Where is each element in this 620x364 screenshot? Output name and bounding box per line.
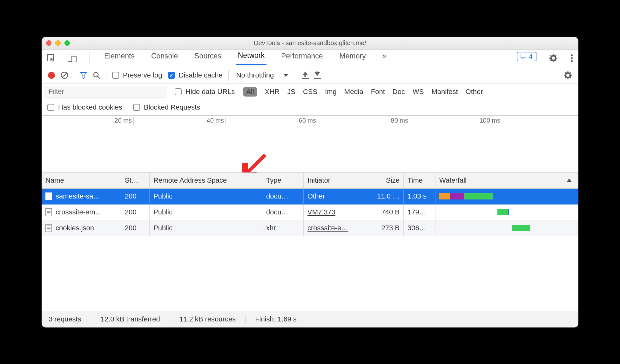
filter-type-all[interactable]: All (243, 87, 257, 97)
cell: VM7:373 (304, 205, 367, 220)
requests-table-body: samesite-sa…200Publicdocu…Other11.0 …1.0… (42, 189, 578, 236)
record-button[interactable] (48, 72, 55, 79)
cell: xhr (262, 220, 304, 236)
svg-line-24 (569, 77, 571, 78)
filter-row: Hide data URLs AllXHRJSCSSImgMediaFontDo… (42, 84, 578, 100)
preserve-log-checkbox[interactable] (112, 72, 119, 79)
device-toggle-icon[interactable] (68, 54, 77, 62)
download-har-icon[interactable] (314, 71, 320, 79)
chevron-down-icon (283, 74, 288, 77)
table-row[interactable]: crosssite-em…200Publicdocu…VM7:373740 B1… (42, 205, 578, 220)
tab-elements[interactable]: Elements (102, 52, 137, 65)
network-settings-gear-icon[interactable] (564, 71, 572, 79)
col-time[interactable]: Time (404, 173, 435, 188)
timeline-tick: 80 ms (318, 117, 410, 124)
col-status[interactable]: St… (121, 173, 150, 188)
svg-line-26 (565, 77, 566, 78)
resource-type-filters: AllXHRJSCSSImgMediaFontDocWSManifestOthe… (243, 87, 483, 97)
col-remote-address-space[interactable]: Remote Address Space (150, 173, 262, 188)
col-name[interactable]: Name (42, 173, 121, 188)
cell: cookies.json (42, 220, 121, 236)
titlebar: DevTools - samesite-sandbox.glitch.me/ (42, 37, 578, 50)
messages-badge[interactable]: 4 (517, 52, 536, 61)
clear-icon[interactable] (61, 71, 68, 79)
filter-type-img[interactable]: Img (325, 88, 337, 96)
svg-rect-2 (72, 56, 76, 62)
disable-cache-checkbox[interactable] (168, 72, 175, 79)
svg-line-23 (565, 72, 566, 74)
filter-type-font[interactable]: Font (371, 88, 385, 96)
filter-type-other[interactable]: Other (466, 88, 483, 96)
inspect-icon[interactable] (47, 54, 55, 62)
requests-table-header: Name St… Remote Address Space Type Initi… (42, 173, 578, 189)
svg-line-9 (555, 60, 556, 61)
upload-har-icon[interactable] (302, 71, 308, 79)
waterfall-cell (435, 205, 578, 220)
window-title: DevTools - samesite-sandbox.glitch.me/ (42, 39, 578, 47)
timeline-tick: 40 ms (134, 117, 226, 124)
blocked-cookies-toggle[interactable]: Has blocked cookies (47, 103, 122, 111)
annotation-arrow-icon (239, 147, 277, 173)
settings-gear-icon[interactable] (549, 54, 557, 62)
sort-ascending-icon (566, 179, 572, 182)
cell: Public (150, 205, 262, 220)
svg-point-13 (571, 57, 573, 59)
svg-point-17 (94, 72, 98, 77)
cell: Other (304, 189, 367, 205)
tab-performance[interactable]: Performance (279, 52, 325, 65)
cell: 740 B (367, 205, 404, 220)
initiator-link[interactable]: VM7:373 (307, 208, 335, 216)
disable-cache-toggle[interactable]: Disable cache (168, 71, 223, 79)
waterfall-segment (497, 209, 508, 215)
search-icon[interactable] (93, 71, 100, 79)
file-icon (45, 224, 52, 232)
tab-network[interactable]: Network (236, 51, 266, 65)
blocked-requests-toggle[interactable]: Blocked Requests (133, 103, 200, 111)
tab-console[interactable]: Console (149, 52, 180, 65)
col-initiator[interactable]: Initiator (304, 173, 367, 188)
throttling-value: No throttling (236, 71, 274, 79)
svg-point-14 (571, 60, 573, 62)
cell: Public (150, 189, 262, 205)
cell: 200 (121, 189, 150, 205)
filter-input[interactable] (44, 86, 166, 98)
filter-funnel-icon[interactable] (80, 72, 87, 79)
preserve-log-toggle[interactable]: Preserve log (112, 71, 162, 79)
cell: crosssite-e… (304, 220, 367, 236)
status-resources: 11.2 kB resources (170, 315, 245, 323)
filter-type-ws[interactable]: WS (413, 88, 424, 96)
blocked-requests-checkbox[interactable] (133, 104, 140, 111)
throttling-select[interactable]: No throttling (234, 71, 291, 79)
col-type[interactable]: Type (262, 173, 304, 188)
kebab-menu-icon[interactable] (570, 54, 573, 62)
tab-sources[interactable]: Sources (192, 52, 223, 65)
filter-type-doc[interactable]: Doc (393, 88, 405, 96)
network-toolbar: Preserve log Disable cache No throttling (42, 67, 578, 84)
waterfall-cell (435, 220, 578, 236)
filter-type-xhr[interactable]: XHR (265, 88, 280, 96)
svg-line-16 (62, 73, 67, 78)
filter-type-js[interactable]: JS (287, 88, 295, 96)
hide-data-urls-checkbox[interactable] (175, 88, 182, 95)
tab-more[interactable]: » (381, 52, 388, 65)
hide-data-urls-toggle[interactable]: Hide data URLs (175, 88, 235, 96)
table-row[interactable]: samesite-sa…200Publicdocu…Other11.0 …1.0… (42, 189, 578, 205)
hide-data-urls-label: Hide data URLs (185, 88, 235, 96)
blocked-cookies-checkbox[interactable] (47, 104, 54, 111)
timeline-overview[interactable]: 20 ms40 ms60 ms80 ms100 ms (42, 116, 578, 173)
filter-type-css[interactable]: CSS (303, 88, 317, 96)
col-size[interactable]: Size (367, 173, 404, 188)
col-waterfall[interactable]: Waterfall (435, 173, 578, 188)
disable-cache-label: Disable cache (179, 71, 223, 79)
waterfall-segment (464, 193, 494, 199)
filter-type-manifest[interactable]: Manifest (431, 88, 458, 96)
devtools-window: DevTools - samesite-sandbox.glitch.me/ E… (42, 37, 578, 327)
initiator-link[interactable]: crosssite-e… (307, 224, 348, 232)
blocked-requests-label: Blocked Requests (144, 103, 200, 111)
table-row[interactable]: cookies.json200Publicxhrcrosssite-e…273 … (42, 220, 578, 236)
tab-memory[interactable]: Memory (338, 52, 368, 65)
filter-type-media[interactable]: Media (344, 88, 363, 96)
file-icon (45, 208, 52, 216)
svg-point-12 (571, 54, 573, 56)
svg-line-10 (555, 55, 556, 57)
